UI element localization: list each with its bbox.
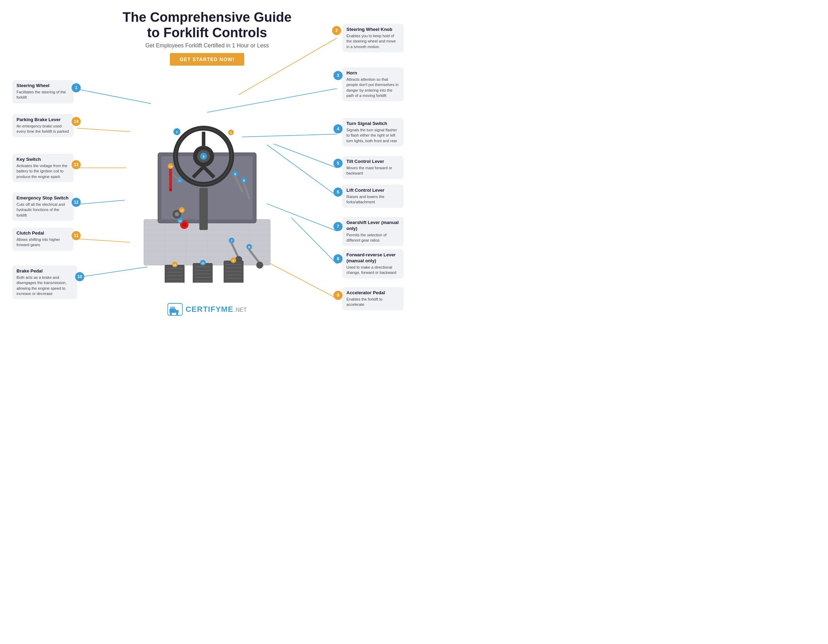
svg-text:14: 14 [169, 165, 172, 168]
label-horn: Horn Attracts attention so that people d… [342, 68, 404, 101]
label-clutch-pedal: Clutch Pedal Allows shifting into higher… [12, 228, 74, 251]
label-parking-brake-desc: An emergency brake used every time the f… [17, 124, 69, 135]
label-tilt-control: Tilt Control Lever Moves the mast forwar… [342, 156, 404, 179]
label-brake-pedal-desc: Both acts as a brake and disengages the … [17, 275, 73, 297]
badge-1: 1 [72, 83, 81, 92]
badge-10: 10 [75, 272, 84, 281]
label-steering-knob-desc: Enables you to keep hold of the steering… [347, 33, 400, 50]
label-key-switch-desc: Activates the voltage from the battery t… [17, 163, 69, 179]
svg-text:11: 11 [173, 263, 177, 267]
label-forward-reverse-title: Forward-reverse Lever (manual only) [347, 252, 400, 264]
label-steering-wheel-desc: Facilitates the steering of the forklift [17, 90, 69, 101]
label-lift-control-desc: Raises and lowers the forks/attachment [347, 194, 400, 205]
label-turn-signal-title: Turn Signal Switch [347, 121, 400, 127]
svg-point-71 [256, 262, 263, 269]
svg-text:5: 5 [234, 173, 236, 176]
badge-6: 6 [334, 187, 343, 196]
svg-point-103 [170, 313, 172, 315]
label-clutch-pedal-title: Clutch Pedal [17, 230, 69, 236]
page-wrapper: The Comprehensive Guide to Forklift Cont… [0, 0, 414, 322]
badge-11: 11 [72, 231, 81, 240]
svg-point-61 [182, 222, 187, 227]
label-accelerator-desc: Enables the forklift to accelerate [347, 297, 400, 308]
label-tilt-control-desc: Moves the mast forward or backward [347, 165, 400, 176]
label-key-switch: Key Switch Activates the voltage from th… [12, 154, 74, 182]
forklift-illustration: C 2 4 5 6 [123, 51, 291, 283]
svg-line-4 [77, 239, 130, 242]
svg-point-57 [175, 212, 179, 216]
label-emergency-stop-title: Emergency Stop Switch [17, 195, 69, 201]
svg-text:6: 6 [243, 179, 245, 182]
label-tilt-control-title: Tilt Control Lever [347, 159, 400, 165]
svg-text:12: 12 [179, 220, 182, 223]
svg-rect-51 [169, 167, 172, 192]
badge-14: 14 [72, 117, 81, 126]
badge-8: 8 [334, 254, 343, 263]
svg-rect-105 [170, 306, 175, 309]
label-steering-knob: Steering Wheel Knob Enables you to keep … [342, 24, 404, 52]
footer-brand: CERTIFYME .NET [186, 305, 247, 314]
svg-text:10: 10 [201, 262, 205, 265]
svg-line-1 [77, 128, 130, 132]
label-brake-pedal-title: Brake Pedal [17, 268, 73, 274]
label-turn-signal: Turn Signal Switch Signals the turn sign… [342, 118, 404, 146]
svg-line-3 [77, 200, 125, 204]
label-lift-control: Lift Control Lever Raises and lowers the… [342, 185, 404, 208]
svg-text:3: 3 [202, 155, 204, 159]
label-key-switch-title: Key Switch [17, 157, 69, 163]
label-emergency-stop: Emergency Stop Switch Cuts off all the e… [12, 192, 74, 221]
label-accelerator: Accelerator Pedal Enables the forklift t… [342, 287, 404, 310]
badge-4: 4 [334, 124, 343, 134]
label-steering-knob-title: Steering Wheel Knob [347, 27, 400, 33]
label-steering-wheel: Steering Wheel Facilitates the steering … [12, 80, 74, 103]
label-brake-pedal: Brake Pedal Both acts as a brake and dis… [12, 265, 77, 299]
svg-text:2: 2 [230, 131, 232, 135]
label-forward-reverse: Forward-reverse Lever (manual only) Used… [342, 249, 404, 278]
svg-rect-72 [165, 265, 184, 283]
svg-text:13: 13 [180, 209, 183, 212]
svg-point-104 [176, 313, 178, 315]
badge-3: 3 [334, 71, 343, 80]
svg-line-12 [291, 218, 337, 264]
badge-7: 7 [334, 222, 343, 231]
svg-rect-30 [199, 188, 208, 230]
badge-12: 12 [72, 198, 81, 207]
label-emergency-stop-desc: Cuts off all the electrical and hydrauli… [17, 202, 69, 218]
label-parking-brake-title: Parking Brake Lever [17, 117, 69, 123]
label-gearshift-desc: Permits the selection of different gear … [347, 232, 400, 243]
svg-text:7: 7 [231, 239, 232, 243]
label-accelerator-title: Accelerator Pedal [347, 290, 400, 296]
svg-point-53 [169, 188, 172, 191]
label-forward-reverse-desc: Used to make a directional change, forwa… [347, 265, 400, 276]
label-gearshift: Gearshift Lever (manual only) Permits th… [342, 217, 404, 246]
badge-9: 9 [334, 291, 343, 300]
svg-text:9: 9 [233, 259, 234, 262]
svg-rect-102 [176, 310, 179, 313]
label-horn-title: Horn [347, 70, 400, 76]
svg-text:8: 8 [248, 245, 250, 249]
badge-2: 2 [332, 26, 341, 35]
footer-logo-icon [168, 303, 183, 316]
label-parking-brake: Parking Brake Lever An emergency brake u… [12, 114, 74, 137]
label-turn-signal-desc: Signals the turn signal flasher to flash… [347, 127, 400, 144]
label-gearshift-title: Gearshift Lever (manual only) [347, 220, 400, 232]
badge-13: 13 [72, 160, 81, 169]
label-lift-control-title: Lift Control Lever [347, 187, 400, 193]
label-clutch-pedal-desc: Allows shifting into higher forward gear… [17, 237, 69, 248]
label-horn-desc: Attracts attention so that people don't … [347, 77, 400, 99]
footer: CERTIFYME .NET [168, 303, 247, 316]
svg-rect-80 [193, 263, 212, 283]
label-steering-wheel-title: Steering Wheel [17, 83, 69, 89]
badge-5: 5 [334, 159, 343, 168]
svg-text:1: 1 [176, 130, 177, 134]
